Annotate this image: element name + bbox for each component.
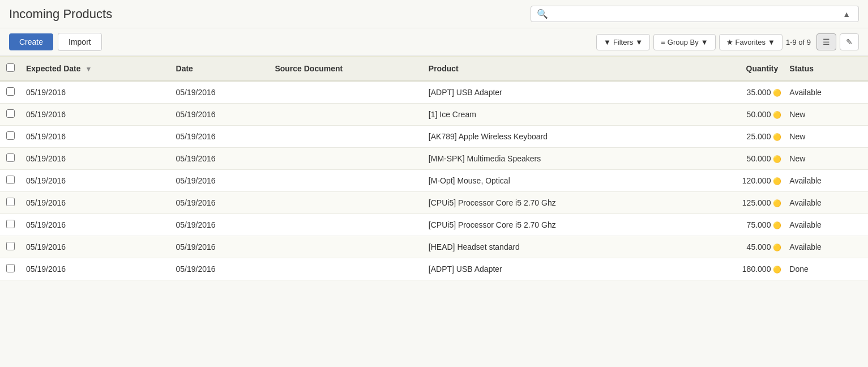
status-label: Status xyxy=(789,64,814,73)
row-checkbox-cell xyxy=(0,236,20,258)
row-quantity: 45.000 🟡 xyxy=(692,236,784,258)
source-document-label: Source Document xyxy=(275,64,343,73)
row-quantity: 35.000 🟡 xyxy=(692,81,784,104)
row-checkbox-cell xyxy=(0,170,20,192)
table-row[interactable]: 05/19/201605/19/2016[ADPT] USB Adapter18… xyxy=(0,258,868,280)
row-date: 05/19/2016 xyxy=(170,104,270,126)
row-checkbox[interactable] xyxy=(6,264,15,272)
search-expand-button[interactable]: ▲ xyxy=(840,10,853,19)
expected-date-label: Expected Date xyxy=(26,64,80,73)
row-source-document xyxy=(269,170,422,192)
table-row[interactable]: 05/19/201605/19/2016[MM-SPK] Multimedia … xyxy=(0,148,868,170)
favorites-button[interactable]: ★ Favorites ▼ xyxy=(719,34,783,50)
qty-icon: 🟡 xyxy=(773,89,781,97)
row-expected-date: 05/19/2016 xyxy=(20,81,170,104)
row-checkbox-cell xyxy=(0,148,20,170)
row-checkbox[interactable] xyxy=(6,109,15,118)
row-checkbox[interactable] xyxy=(6,198,15,206)
toolbar-right: ▼ Filters ▼ ≡ Group By ▼ ★ Favorites ▼ 1… xyxy=(596,33,859,50)
qty-icon: 🟡 xyxy=(773,177,781,185)
row-date: 05/19/2016 xyxy=(170,81,270,104)
edit-view-button[interactable]: ✎ xyxy=(840,33,859,50)
toolbar-left: Create Import xyxy=(9,33,102,51)
row-checkbox-cell xyxy=(0,192,20,214)
row-source-document xyxy=(269,214,422,236)
row-expected-date: 05/19/2016 xyxy=(20,170,170,192)
table-body: 05/19/201605/19/2016[ADPT] USB Adapter35… xyxy=(0,81,868,280)
row-checkbox-cell xyxy=(0,214,20,236)
favorites-chevron-icon: ▼ xyxy=(768,38,775,46)
row-product: [CPUi5] Processor Core i5 2.70 Ghz xyxy=(423,214,692,236)
row-date: 05/19/2016 xyxy=(170,258,270,280)
row-expected-date: 05/19/2016 xyxy=(20,214,170,236)
table-row[interactable]: 05/19/201605/19/2016[1] Ice Cream50.000 … xyxy=(0,104,868,126)
list-view-button[interactable]: ☰ xyxy=(816,33,836,50)
qty-icon: 🟡 xyxy=(773,155,781,163)
qty-icon: 🟡 xyxy=(773,221,781,229)
row-date: 05/19/2016 xyxy=(170,236,270,258)
header-source-document[interactable]: Source Document xyxy=(269,57,422,81)
table-row[interactable]: 05/19/201605/19/2016[HEAD] Headset stand… xyxy=(0,236,868,258)
top-bar: Incoming Products 🔍 ▲ xyxy=(0,0,868,28)
search-bar: 🔍 ▲ xyxy=(531,6,859,22)
row-checkbox[interactable] xyxy=(6,176,15,184)
qty-icon: 🟡 xyxy=(773,244,781,251)
row-source-document xyxy=(269,148,422,170)
row-product: [M-Opt] Mouse, Optical xyxy=(423,170,692,192)
row-expected-date: 05/19/2016 xyxy=(20,148,170,170)
row-product: [MM-SPK] Multimedia Speakers xyxy=(423,148,692,170)
row-status: Available xyxy=(784,236,868,258)
group-by-button[interactable]: ≡ Group By ▼ xyxy=(653,34,715,50)
table-header: Expected Date ▼ Date Source Document Pro… xyxy=(0,57,868,81)
product-label: Product xyxy=(429,64,459,73)
select-all-checkbox[interactable] xyxy=(6,63,15,72)
table-container: Expected Date ▼ Date Source Document Pro… xyxy=(0,57,868,280)
row-product: [ADPT] USB Adapter xyxy=(423,81,692,104)
header-quantity[interactable]: Quantity xyxy=(692,57,784,81)
search-input[interactable] xyxy=(551,10,840,19)
qty-icon: 🟡 xyxy=(773,199,781,207)
search-icon: 🔍 xyxy=(537,8,548,19)
row-expected-date: 05/19/2016 xyxy=(20,236,170,258)
pagination-info: 1-9 of 9 xyxy=(786,38,811,46)
toolbar: Create Import ▼ Filters ▼ ≡ Group By ▼ ★… xyxy=(0,28,868,56)
row-checkbox[interactable] xyxy=(6,87,15,96)
row-status: Available xyxy=(784,81,868,104)
row-expected-date: 05/19/2016 xyxy=(20,104,170,126)
row-checkbox-cell xyxy=(0,258,20,280)
group-by-chevron-icon: ▼ xyxy=(701,38,708,46)
row-checkbox[interactable] xyxy=(6,220,15,228)
group-by-icon: ≡ xyxy=(661,38,665,46)
table-row[interactable]: 05/19/201605/19/2016[ADPT] USB Adapter35… xyxy=(0,81,868,104)
table-row[interactable]: 05/19/201605/19/2016[CPUi5] Processor Co… xyxy=(0,192,868,214)
table-row[interactable]: 05/19/201605/19/2016[AK789] Apple Wirele… xyxy=(0,126,868,148)
row-date: 05/19/2016 xyxy=(170,214,270,236)
filters-button[interactable]: ▼ Filters ▼ xyxy=(596,34,650,50)
row-quantity: 50.000 🟡 xyxy=(692,148,784,170)
page-title: Incoming Products xyxy=(9,7,112,22)
row-quantity: 75.000 🟡 xyxy=(692,214,784,236)
row-date: 05/19/2016 xyxy=(170,126,270,148)
date-label: Date xyxy=(176,64,193,73)
header-date[interactable]: Date xyxy=(170,57,270,81)
create-button[interactable]: Create xyxy=(9,33,53,50)
header-expected-date[interactable]: Expected Date ▼ xyxy=(20,57,170,81)
filters-label: Filters xyxy=(613,38,633,46)
row-checkbox-cell xyxy=(0,104,20,126)
row-checkbox[interactable] xyxy=(6,153,15,162)
row-checkbox[interactable] xyxy=(6,242,15,250)
header-status[interactable]: Status xyxy=(784,57,868,81)
row-quantity: 25.000 🟡 xyxy=(692,126,784,148)
row-expected-date: 05/19/2016 xyxy=(20,126,170,148)
table-row[interactable]: 05/19/201605/19/2016[M-Opt] Mouse, Optic… xyxy=(0,170,868,192)
favorites-label: Favorites xyxy=(736,38,766,46)
row-product: [ADPT] USB Adapter xyxy=(423,258,692,280)
header-product[interactable]: Product xyxy=(423,57,692,81)
import-button[interactable]: Import xyxy=(58,33,102,51)
table-row[interactable]: 05/19/201605/19/2016[CPUi5] Processor Co… xyxy=(0,214,868,236)
row-source-document xyxy=(269,126,422,148)
row-product: [HEAD] Headset standard xyxy=(423,236,692,258)
row-checkbox[interactable] xyxy=(6,131,15,140)
row-checkbox-cell xyxy=(0,126,20,148)
filter-icon: ▼ xyxy=(604,38,611,46)
